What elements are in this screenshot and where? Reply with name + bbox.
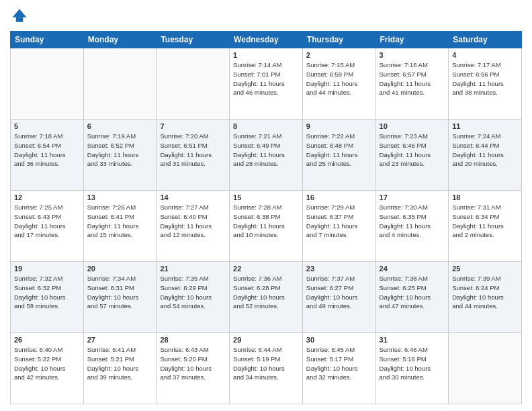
day-info: Sunrise: 7:18 AM Sunset: 6:54 PM Dayligh… [14,132,80,169]
day-info: Sunrise: 7:39 AM Sunset: 6:24 PM Dayligh… [452,274,518,311]
day-number: 19 [14,265,80,273]
day-header-tuesday: Tuesday [157,32,230,48]
calendar-cell-1-3: 8Sunrise: 7:21 AM Sunset: 6:49 PM Daylig… [230,120,303,191]
day-info: Sunrise: 7:37 AM Sunset: 6:27 PM Dayligh… [306,274,372,311]
calendar-cell-1-1: 6Sunrise: 7:19 AM Sunset: 6:52 PM Daylig… [83,120,157,191]
calendar-week-2: 12Sunrise: 7:25 AM Sunset: 6:43 PM Dayli… [11,191,522,262]
day-info: Sunrise: 7:32 AM Sunset: 6:32 PM Dayligh… [14,274,80,311]
day-number: 22 [233,265,299,273]
day-header-saturday: Saturday [449,32,522,48]
calendar-cell-2-5: 17Sunrise: 7:30 AM Sunset: 6:35 PM Dayli… [375,191,449,262]
day-info: Sunrise: 7:38 AM Sunset: 6:25 PM Dayligh… [380,274,445,311]
calendar-cell-1-4: 9Sunrise: 7:22 AM Sunset: 6:48 PM Daylig… [302,120,375,191]
calendar-cell-2-4: 16Sunrise: 7:29 AM Sunset: 6:37 PM Dayli… [302,191,375,262]
day-header-thursday: Thursday [302,32,375,48]
calendar-cell-4-6 [449,333,522,404]
day-number: 9 [306,122,372,130]
day-number: 6 [87,122,153,130]
calendar-cell-0-6: 4Sunrise: 7:17 AM Sunset: 6:56 PM Daylig… [449,48,522,120]
calendar-cell-4-2: 28Sunrise: 6:43 AM Sunset: 5:20 PM Dayli… [157,333,230,404]
day-info: Sunrise: 6:44 AM Sunset: 5:19 PM Dayligh… [233,345,299,382]
calendar-cell-4-4: 30Sunrise: 6:45 AM Sunset: 5:17 PM Dayli… [302,333,375,404]
day-header-friday: Friday [375,32,449,48]
day-header-sunday: Sunday [11,32,84,48]
day-number: 1 [233,51,299,59]
day-number: 13 [87,193,153,201]
day-number: 11 [452,122,518,130]
day-number: 17 [380,193,445,201]
day-info: Sunrise: 7:16 AM Sunset: 6:57 PM Dayligh… [380,60,445,97]
day-number: 29 [233,336,299,344]
day-info: Sunrise: 7:24 AM Sunset: 6:44 PM Dayligh… [452,132,518,169]
calendar-cell-3-6: 25Sunrise: 7:39 AM Sunset: 6:24 PM Dayli… [449,262,522,333]
day-number: 3 [380,51,445,59]
svg-marker-0 [13,9,27,17]
calendar-cell-2-0: 12Sunrise: 7:25 AM Sunset: 6:43 PM Dayli… [11,191,84,262]
day-info: Sunrise: 7:25 AM Sunset: 6:43 PM Dayligh… [14,203,80,240]
calendar-week-3: 19Sunrise: 7:32 AM Sunset: 6:32 PM Dayli… [11,262,522,333]
calendar-cell-4-3: 29Sunrise: 6:44 AM Sunset: 5:19 PM Dayli… [230,333,303,404]
day-number: 2 [306,51,372,59]
day-info: Sunrise: 7:17 AM Sunset: 6:56 PM Dayligh… [452,60,518,97]
day-info: Sunrise: 7:28 AM Sunset: 6:38 PM Dayligh… [233,203,299,240]
calendar-cell-3-5: 24Sunrise: 7:38 AM Sunset: 6:25 PM Dayli… [375,262,449,333]
day-info: Sunrise: 7:34 AM Sunset: 6:31 PM Dayligh… [87,274,153,311]
day-number: 26 [14,336,80,344]
day-number: 27 [87,336,153,344]
day-info: Sunrise: 7:27 AM Sunset: 6:40 PM Dayligh… [160,203,226,240]
calendar-week-0: 1Sunrise: 7:14 AM Sunset: 7:01 PM Daylig… [11,48,522,120]
day-info: Sunrise: 7:21 AM Sunset: 6:49 PM Dayligh… [233,132,299,169]
header [10,7,522,26]
day-info: Sunrise: 7:31 AM Sunset: 6:34 PM Dayligh… [452,203,518,240]
calendar-cell-2-3: 15Sunrise: 7:28 AM Sunset: 6:38 PM Dayli… [230,191,303,262]
day-info: Sunrise: 7:36 AM Sunset: 6:28 PM Dayligh… [233,274,299,311]
calendar-cell-0-0 [11,48,84,120]
calendar-cell-3-1: 20Sunrise: 7:34 AM Sunset: 6:31 PM Dayli… [83,262,157,333]
day-header-monday: Monday [83,32,157,48]
calendar-week-4: 26Sunrise: 6:40 AM Sunset: 5:22 PM Dayli… [11,333,522,404]
logo [10,7,32,26]
day-number: 12 [14,193,80,201]
calendar-cell-0-4: 2Sunrise: 7:15 AM Sunset: 6:59 PM Daylig… [302,48,375,120]
calendar-cell-1-5: 10Sunrise: 7:23 AM Sunset: 6:46 PM Dayli… [375,120,449,191]
day-info: Sunrise: 7:19 AM Sunset: 6:52 PM Dayligh… [87,132,153,169]
logo-icon [10,7,29,26]
day-info: Sunrise: 7:23 AM Sunset: 6:46 PM Dayligh… [380,132,445,169]
calendar-cell-1-2: 7Sunrise: 7:20 AM Sunset: 6:51 PM Daylig… [157,120,230,191]
day-info: Sunrise: 7:26 AM Sunset: 6:41 PM Dayligh… [87,203,153,240]
day-number: 15 [233,193,299,201]
calendar-cell-4-1: 27Sunrise: 6:41 AM Sunset: 5:21 PM Dayli… [83,333,157,404]
day-number: 16 [306,193,372,201]
calendar-cell-3-3: 22Sunrise: 7:36 AM Sunset: 6:28 PM Dayli… [230,262,303,333]
day-info: Sunrise: 7:14 AM Sunset: 7:01 PM Dayligh… [233,60,299,97]
day-number: 21 [160,265,226,273]
day-info: Sunrise: 7:20 AM Sunset: 6:51 PM Dayligh… [160,132,226,169]
day-number: 7 [160,122,226,130]
calendar-cell-1-6: 11Sunrise: 7:24 AM Sunset: 6:44 PM Dayli… [449,120,522,191]
calendar-cell-0-1 [83,48,157,120]
calendar-cell-1-0: 5Sunrise: 7:18 AM Sunset: 6:54 PM Daylig… [11,120,84,191]
day-info: Sunrise: 6:45 AM Sunset: 5:17 PM Dayligh… [306,345,372,382]
calendar-cell-3-2: 21Sunrise: 7:35 AM Sunset: 6:29 PM Dayli… [157,262,230,333]
calendar-cell-2-6: 18Sunrise: 7:31 AM Sunset: 6:34 PM Dayli… [449,191,522,262]
day-number: 8 [233,122,299,130]
svg-rect-1 [16,17,24,22]
day-number: 5 [14,122,80,130]
day-info: Sunrise: 6:46 AM Sunset: 5:16 PM Dayligh… [380,345,445,382]
calendar-week-1: 5Sunrise: 7:18 AM Sunset: 6:54 PM Daylig… [11,120,522,191]
day-info: Sunrise: 7:35 AM Sunset: 6:29 PM Dayligh… [160,274,226,311]
calendar-header-row: SundayMondayTuesdayWednesdayThursdayFrid… [11,32,522,48]
calendar-cell-0-3: 1Sunrise: 7:14 AM Sunset: 7:01 PM Daylig… [230,48,303,120]
day-number: 14 [160,193,226,201]
day-info: Sunrise: 7:22 AM Sunset: 6:48 PM Dayligh… [306,132,372,169]
calendar-cell-2-1: 13Sunrise: 7:26 AM Sunset: 6:41 PM Dayli… [83,191,157,262]
calendar-cell-2-2: 14Sunrise: 7:27 AM Sunset: 6:40 PM Dayli… [157,191,230,262]
day-number: 20 [87,265,153,273]
day-header-wednesday: Wednesday [230,32,303,48]
day-number: 4 [452,51,518,59]
calendar-cell-0-2 [157,48,230,120]
calendar-cell-3-0: 19Sunrise: 7:32 AM Sunset: 6:32 PM Dayli… [11,262,84,333]
day-info: Sunrise: 7:29 AM Sunset: 6:37 PM Dayligh… [306,203,372,240]
day-info: Sunrise: 6:41 AM Sunset: 5:21 PM Dayligh… [87,345,153,382]
day-number: 31 [380,336,445,344]
